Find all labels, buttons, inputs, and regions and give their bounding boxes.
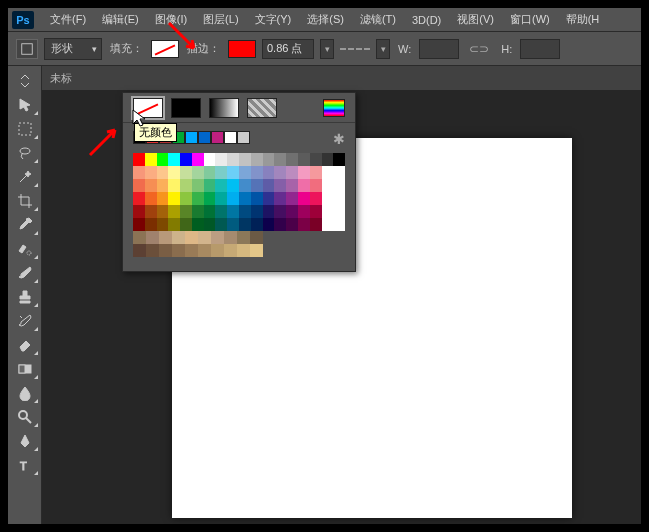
color-swatch[interactable]	[310, 166, 322, 179]
color-swatch[interactable]	[322, 218, 334, 231]
color-swatch[interactable]	[322, 179, 334, 192]
lasso-tool-icon[interactable]	[11, 142, 39, 164]
color-swatch[interactable]	[133, 179, 145, 192]
wand-tool-icon[interactable]	[11, 166, 39, 188]
color-swatch[interactable]	[227, 192, 239, 205]
color-swatch[interactable]	[333, 153, 345, 166]
color-swatch[interactable]	[198, 231, 211, 244]
color-swatch[interactable]	[133, 192, 145, 205]
color-swatch[interactable]	[263, 179, 275, 192]
color-swatch[interactable]	[133, 153, 145, 166]
color-swatch[interactable]	[133, 205, 145, 218]
stroke-width-dropdown[interactable]: ▾	[320, 39, 334, 59]
color-swatch[interactable]	[250, 244, 263, 257]
document-tab[interactable]: 未标	[50, 71, 72, 86]
color-swatch[interactable]	[239, 205, 251, 218]
dodge-tool-icon[interactable]	[11, 406, 39, 428]
color-swatch[interactable]	[286, 166, 298, 179]
menu-edit[interactable]: 编辑(E)	[94, 12, 147, 27]
color-swatch[interactable]	[251, 218, 263, 231]
color-swatch[interactable]	[204, 192, 216, 205]
color-swatch[interactable]	[192, 179, 204, 192]
color-swatch[interactable]	[211, 244, 224, 257]
type-tool-icon[interactable]: T	[11, 454, 39, 476]
color-swatch[interactable]	[298, 218, 310, 231]
color-swatch[interactable]	[227, 218, 239, 231]
color-picker-button[interactable]	[323, 99, 345, 117]
color-swatch[interactable]	[239, 192, 251, 205]
color-swatch[interactable]	[237, 244, 250, 257]
shape-mode-dropdown[interactable]: 形状	[44, 38, 102, 60]
blur-tool-icon[interactable]	[11, 382, 39, 404]
eraser-tool-icon[interactable]	[11, 334, 39, 356]
color-swatch[interactable]	[333, 205, 345, 218]
color-swatch[interactable]	[286, 179, 298, 192]
color-swatch[interactable]	[180, 166, 192, 179]
color-swatch[interactable]	[211, 231, 224, 244]
color-swatch[interactable]	[215, 192, 227, 205]
color-swatch[interactable]	[263, 192, 275, 205]
color-swatch[interactable]	[263, 153, 275, 166]
color-swatch[interactable]	[251, 192, 263, 205]
color-swatch[interactable]	[157, 218, 169, 231]
link-wh-icon[interactable]: ⊂⊃	[465, 42, 493, 56]
color-swatch[interactable]	[263, 205, 275, 218]
gradient-button[interactable]	[209, 98, 239, 118]
color-swatch[interactable]	[168, 179, 180, 192]
color-swatch[interactable]	[274, 218, 286, 231]
menu-help[interactable]: 帮助(H	[558, 12, 608, 27]
color-swatch[interactable]	[157, 153, 169, 166]
color-swatch[interactable]	[133, 244, 146, 257]
color-swatch[interactable]	[180, 192, 192, 205]
pen-tool-icon[interactable]	[11, 430, 39, 452]
color-swatch[interactable]	[192, 166, 204, 179]
color-swatch[interactable]	[239, 179, 251, 192]
color-swatch[interactable]	[239, 153, 251, 166]
menu-3d[interactable]: 3D(D)	[404, 14, 449, 26]
recent-swatch[interactable]	[198, 131, 211, 144]
color-swatch[interactable]	[192, 218, 204, 231]
recent-swatch[interactable]	[224, 131, 237, 144]
color-swatch[interactable]	[185, 231, 198, 244]
color-swatch[interactable]	[215, 218, 227, 231]
height-input[interactable]	[520, 39, 560, 59]
color-swatch[interactable]	[172, 244, 185, 257]
color-swatch[interactable]	[215, 179, 227, 192]
color-swatch[interactable]	[298, 153, 310, 166]
color-swatch[interactable]	[168, 192, 180, 205]
color-swatch[interactable]	[237, 231, 250, 244]
color-swatch[interactable]	[322, 153, 334, 166]
gradient-tool-icon[interactable]	[11, 358, 39, 380]
color-swatch[interactable]	[215, 153, 227, 166]
pattern-button[interactable]	[247, 98, 277, 118]
recent-swatch[interactable]	[237, 131, 250, 144]
color-swatch[interactable]	[145, 153, 157, 166]
color-swatch[interactable]	[204, 218, 216, 231]
color-swatch[interactable]	[227, 179, 239, 192]
color-swatch[interactable]	[168, 153, 180, 166]
panel-menu-gear-icon[interactable]: ✱	[333, 131, 345, 147]
color-swatch[interactable]	[286, 205, 298, 218]
color-swatch[interactable]	[192, 205, 204, 218]
color-swatch[interactable]	[204, 205, 216, 218]
menu-view[interactable]: 视图(V)	[449, 12, 502, 27]
color-swatch[interactable]	[180, 153, 192, 166]
color-swatch[interactable]	[322, 166, 334, 179]
color-swatch[interactable]	[333, 218, 345, 231]
color-swatch[interactable]	[310, 153, 322, 166]
color-swatch[interactable]	[251, 205, 263, 218]
color-swatch[interactable]	[168, 205, 180, 218]
color-swatch[interactable]	[286, 153, 298, 166]
fill-swatch[interactable]	[151, 40, 179, 58]
color-swatch[interactable]	[157, 205, 169, 218]
color-swatch[interactable]	[322, 192, 334, 205]
color-swatch[interactable]	[145, 179, 157, 192]
color-swatch[interactable]	[145, 192, 157, 205]
color-swatch[interactable]	[172, 231, 185, 244]
move-tool-icon[interactable]	[11, 94, 39, 116]
color-swatch[interactable]	[298, 192, 310, 205]
color-swatch[interactable]	[145, 218, 157, 231]
color-swatch[interactable]	[250, 231, 263, 244]
stroke-width-input[interactable]: 0.86 点	[262, 39, 314, 59]
color-swatch[interactable]	[224, 231, 237, 244]
